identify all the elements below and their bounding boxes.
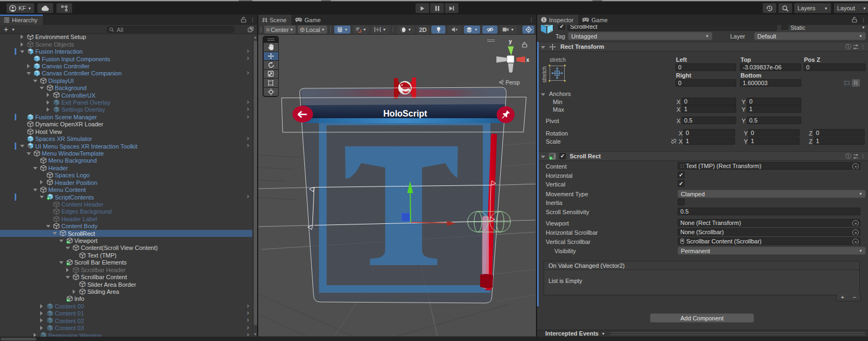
anchor-min-x-field[interactable]: 0 [681,98,736,105]
tab-inspector[interactable]: Inspector [537,15,578,25]
bottom-field[interactable]: 1.600003 [740,79,801,87]
foldout-closed-icon[interactable] [73,289,77,294]
anchors-foldout-icon[interactable] [541,93,545,96]
name-field[interactable]: ScrollRect [567,25,777,31]
play-button[interactable] [416,3,429,13]
foldout-open-icon[interactable] [541,46,545,49]
foldout-closed-icon[interactable] [47,100,51,105]
audio-mute-button[interactable] [448,25,462,34]
scale-x-field[interactable]: 1 [683,137,735,145]
horizontal-scrollbar-field[interactable]: None (Scrollbar) [678,228,860,236]
visibility-dropdown[interactable]: Permanent▼ [678,247,866,255]
projection-label[interactable]: Persp [506,80,520,86]
hierarchy-row[interactable]: Host View [0,128,252,135]
foldout-closed-icon[interactable] [34,333,38,337]
layout-dropdown[interactable]: Layout ▼ [834,3,868,13]
hierarchy-row[interactable]: UI Menu Spaces XR Interaction Toolkit› [0,143,252,150]
transform-tool[interactable] [264,88,278,96]
top-field[interactable]: -3.039837e-06 [740,63,801,71]
create-add-button[interactable]: + [4,25,8,34]
rotation-x-field[interactable]: 0 [683,129,735,137]
hierarchy-row[interactable]: Sliding Area [0,288,252,295]
kebab-menu-icon[interactable]: ⋮ [250,17,255,22]
foldout-closed-icon[interactable] [47,93,51,97]
hierarchy-row[interactable]: Fusion Interaction› [0,48,252,55]
intercepted-events-bar[interactable]: Intercepted Events ▼ [537,330,868,337]
kebab-menu-icon[interactable]: ⋮ [861,17,866,23]
hierarchy-row[interactable]: Dynamic OpenXR Loader [0,121,252,128]
header-foldout-icon[interactable]: ▼ [549,29,553,33]
horizontal-checkbox[interactable]: ✓ [678,171,685,178]
popout-icon[interactable] [247,26,254,33]
scale-y-field[interactable]: 1 [748,137,800,145]
increment-snap-button[interactable]: ▼ [371,25,390,34]
rotate-tool[interactable] [264,61,278,69]
object-picker-icon[interactable] [852,229,859,236]
prefab-open-chevron[interactable]: › [247,69,249,77]
hierarchy-row[interactable]: Canvas Controller [0,62,252,69]
hierarchy-row[interactable]: Spaces XR Simulator› [0,135,252,142]
content-object-field[interactable]: ∷ Text (TMP) (Rect Transform) [678,162,860,170]
tool-handle-rotation-dropdown[interactable]: Local ▼ [298,25,327,34]
foldout-open-icon[interactable] [541,156,545,158]
hierarchy-hscrollbar-thumb[interactable] [1,338,36,340]
move-tool[interactable] [264,52,278,61]
foldout-closed-icon[interactable] [21,35,25,39]
foldout-open-icon[interactable] [59,240,63,244]
cloud-button[interactable] [37,3,53,13]
help-icon[interactable]: ⓘ [845,43,851,51]
hierarchy-row[interactable]: Content Header [0,201,252,208]
rotation-z-field[interactable]: 0 [813,129,865,137]
hierarchy-vscrollbar[interactable]: ▲ ▼ [252,35,257,337]
hierarchy-row[interactable]: ScriptContents› [0,194,252,201]
foldout-open-icon[interactable] [20,50,24,55]
pause-button[interactable] [430,3,444,13]
foldout-open-icon[interactable] [53,232,57,236]
vertical-checkbox[interactable]: ✓ [678,180,685,187]
hierarchy-row[interactable]: DisplayUI [0,77,252,84]
account-button[interactable]: KF ▼ [7,3,34,13]
prefab-open-chevron[interactable]: › [247,193,249,201]
prefab-open-chevron[interactable]: › [247,317,249,324]
blueprint-mode-button[interactable] [843,79,851,87]
foldout-open-icon[interactable] [33,167,37,171]
hierarchy-row[interactable]: Fusion Input Components› [0,55,252,62]
link-scale-icon[interactable] [671,138,677,144]
inertia-checkbox[interactable] [678,198,685,205]
foldout-open-icon[interactable] [33,80,37,84]
hierarchy-row[interactable]: Canvas Controller Companion› [0,70,252,77]
scroll-down-icon[interactable]: ▼ [253,332,257,336]
hierarchy-row[interactable]: Environment Setup [0,35,252,41]
pivot-x-field[interactable]: 0.5 [681,117,736,124]
foldout-closed-icon[interactable] [27,64,31,68]
foldout-open-icon[interactable] [20,145,24,149]
effects-button[interactable]: ▼ [464,25,480,34]
hierarchy-row[interactable]: Background [0,84,252,91]
layer-dropdown[interactable]: Default▼ [754,32,866,40]
hierarchy-row[interactable]: Spaces Logo [0,171,252,178]
pivot-y-field[interactable]: 0.5 [746,117,801,124]
hierarchy-row[interactable]: Header Position [0,179,252,186]
remove-event-button[interactable]: − [848,294,860,301]
scroll-rect-header[interactable]: ✓ Scroll Rect ⓘ ⋮ [537,151,868,161]
2d-mode-button[interactable]: 2D [417,25,429,34]
foldout-closed-icon[interactable] [40,180,44,184]
anchor-max-x-field[interactable]: 1 [681,105,736,113]
scale-z-field[interactable]: 1 [813,137,865,145]
foldout-closed-icon[interactable] [40,311,44,316]
presets-icon[interactable] [853,153,859,159]
viewport-object-field[interactable]: None (Rect Transform) [678,219,860,227]
hierarchy-row[interactable]: Info [0,295,252,303]
step-button[interactable] [445,3,458,13]
foldout-open-icon[interactable] [40,87,44,91]
lock-icon[interactable] [852,17,857,23]
shading-mode-button[interactable]: ▼ [397,25,414,34]
hierarchy-row[interactable]: ControllerUX [0,92,252,99]
view-hand-tool[interactable] [264,43,278,52]
prefab-open-chevron[interactable]: › [247,106,249,113]
hierarchy-row[interactable]: Content(Scroll View Content) [0,245,252,252]
lock-icon[interactable] [241,17,246,23]
hierarchy-row[interactable]: Content 00› [0,303,252,310]
search-button[interactable] [778,3,792,13]
raw-edit-button[interactable]: R [852,79,860,87]
